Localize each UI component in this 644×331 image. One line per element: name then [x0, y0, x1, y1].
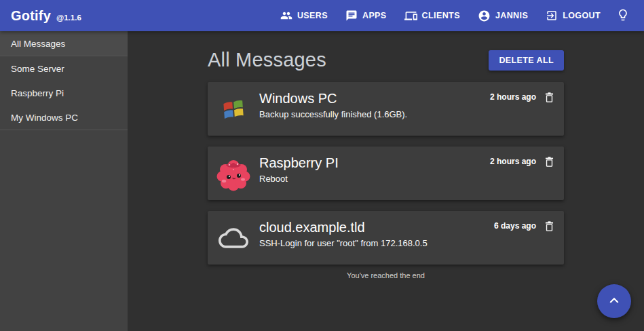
message-timestamp: 2 hours ago [490, 91, 536, 104]
chevron-up-icon [605, 292, 623, 311]
top-navbar: Gotify @1.1.6 USERS APPS CLIENTS JANNIS [0, 0, 644, 31]
brand[interactable]: Gotify @1.1.6 [0, 8, 81, 24]
trash-icon [543, 220, 556, 235]
nav-logout-button[interactable]: LOGOUT [537, 0, 609, 31]
message-title: Windows PC [259, 91, 407, 106]
lightbulb-icon [616, 8, 630, 24]
navbar-menu: USERS APPS CLIENTS JANNIS LOGOUT [271, 0, 644, 31]
raspberry-logo-icon [208, 147, 259, 200]
sidebar-item-label: My Windows PC [11, 113, 78, 123]
sidebar: All Messages Some Server Raspberry Pi My… [0, 31, 128, 331]
sidebar-item-label: Some Server [11, 64, 64, 74]
sidebar-item-some-server[interactable]: Some Server [0, 56, 128, 81]
nav-users-button[interactable]: USERS [271, 0, 337, 31]
message-body: Backup successfully finished (1.6GB). [259, 109, 407, 119]
trash-icon [543, 155, 556, 170]
logout-icon [546, 9, 558, 22]
cloud-logo-icon [208, 211, 259, 265]
end-of-list-text: You've reached the end [208, 271, 564, 279]
nav-clients-button[interactable]: CLIENTS [396, 0, 469, 31]
sidebar-item-all-messages[interactable]: All Messages [0, 31, 128, 56]
message-title: cloud.example.tld [259, 220, 428, 235]
page-title: All Messages [208, 49, 326, 71]
nav-account-label: JANNIS [495, 11, 528, 20]
message-timestamp: 6 days ago [494, 220, 536, 233]
chat-icon [345, 9, 358, 22]
nav-users-label: USERS [297, 11, 328, 20]
message-card: Raspberry PI Reboot 2 hours ago [208, 147, 564, 200]
scroll-to-top-button[interactable] [597, 284, 631, 318]
nav-clients-label: CLIENTS [422, 11, 460, 20]
account-circle-icon [478, 9, 491, 22]
app-version: @1.1.6 [56, 14, 81, 22]
message-card: cloud.example.tld SSH-Login for user "ro… [208, 211, 564, 265]
trash-icon [543, 91, 556, 106]
delete-all-button[interactable]: DELETE ALL [489, 50, 564, 71]
nav-logout-label: LOGOUT [563, 11, 601, 20]
sidebar-item-raspberry-pi[interactable]: Raspberry Pi [0, 81, 128, 105]
main-content: All Messages DELETE ALL Windows PC Backu… [128, 31, 644, 331]
message-body: Reboot [259, 174, 339, 184]
theme-toggle-button[interactable] [609, 0, 640, 31]
users-icon [280, 9, 292, 22]
message-timestamp: 2 hours ago [490, 155, 536, 168]
sidebar-item-my-windows-pc[interactable]: My Windows PC [0, 105, 128, 130]
sidebar-divider [0, 130, 128, 130]
nav-apps-button[interactable]: APPS [337, 0, 396, 31]
delete-message-button[interactable] [543, 91, 556, 106]
sidebar-item-label: Raspberry Pi [11, 88, 64, 98]
app-title: Gotify [11, 8, 51, 24]
message-title: Raspberry PI [259, 155, 339, 171]
windows-logo-icon [208, 82, 259, 136]
message-body: SSH-Login for user "root" from 172.168.0… [259, 238, 428, 248]
devices-icon [404, 9, 417, 22]
delete-message-button[interactable] [543, 155, 556, 170]
nav-apps-label: APPS [362, 11, 387, 20]
delete-message-button[interactable] [543, 220, 556, 235]
nav-account-button[interactable]: JANNIS [469, 0, 537, 31]
message-card: Windows PC Backup successfully finished … [208, 82, 564, 136]
sidebar-item-label: All Messages [11, 39, 65, 49]
